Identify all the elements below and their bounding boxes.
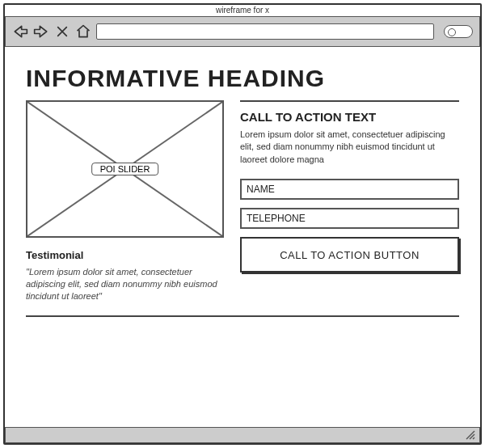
- home-icon[interactable]: [75, 23, 91, 40]
- testimonial-body: "Lorem ipsum dolor sit amet, consectetue…: [26, 266, 224, 302]
- resize-grip-icon: [465, 429, 476, 441]
- cta-body: Lorem ipsum dolor sit amet, consectetuer…: [240, 129, 459, 166]
- name-field[interactable]: [240, 179, 459, 200]
- cta-heading: CALL TO ACTION TEXT: [240, 110, 459, 124]
- divider: [26, 315, 459, 317]
- testimonial-title: Testimonial: [26, 249, 224, 261]
- forward-arrow-icon[interactable]: [33, 23, 49, 40]
- poi-slider[interactable]: POI SLIDER: [26, 100, 224, 238]
- svg-line-4: [473, 437, 474, 439]
- page-content: INFORMATIVE HEADING POI SLIDER Testimoni…: [6, 49, 479, 424]
- page-heading: INFORMATIVE HEADING: [26, 65, 459, 92]
- browser-frame: wireframe for x INFORMATIVE HEADING: [3, 3, 482, 445]
- search-icon[interactable]: [444, 25, 473, 38]
- stop-icon[interactable]: [54, 23, 70, 40]
- telephone-field[interactable]: [240, 208, 459, 229]
- slider-label: POI SLIDER: [91, 163, 159, 175]
- browser-toolbar: [5, 16, 480, 47]
- url-bar[interactable]: [96, 23, 434, 40]
- cta-button[interactable]: CALL TO ACTION BUTTON: [240, 237, 459, 273]
- back-arrow-icon[interactable]: [12, 23, 28, 40]
- status-bar: [5, 427, 480, 443]
